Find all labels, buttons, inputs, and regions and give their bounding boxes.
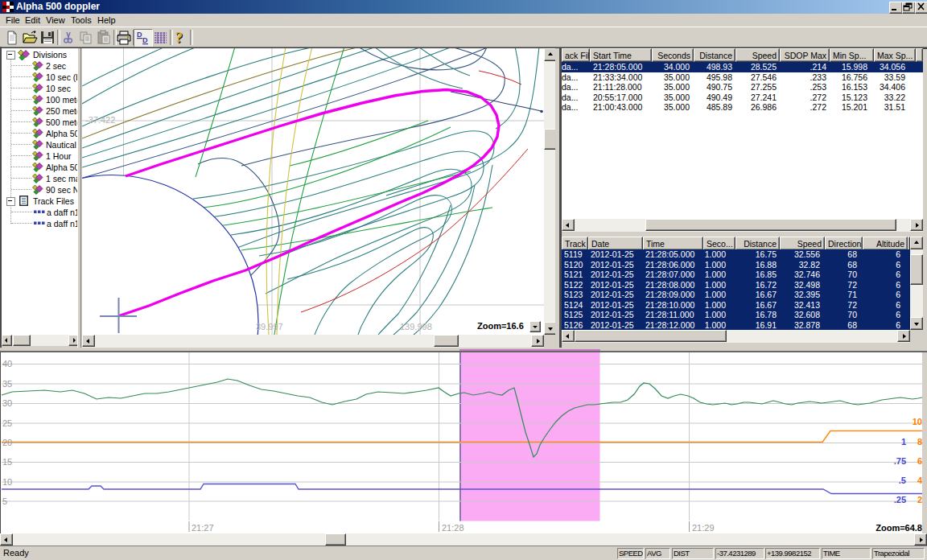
svg-text:15: 15 bbox=[2, 457, 12, 467]
svg-text:20: 20 bbox=[2, 438, 12, 447]
svg-text:?: ? bbox=[175, 30, 183, 46]
svg-text:40: 40 bbox=[2, 359, 12, 369]
svg-text:.75: .75 bbox=[894, 456, 906, 466]
svg-text:139.998: 139.998 bbox=[400, 322, 432, 331]
svg-text:10: 10 bbox=[2, 477, 12, 487]
svg-text:39.997: 39.997 bbox=[256, 322, 283, 331]
svg-text:1: 1 bbox=[901, 437, 906, 447]
svg-text:30: 30 bbox=[2, 398, 12, 408]
svg-text:21:29: 21:29 bbox=[692, 523, 715, 533]
svg-text:D: D bbox=[137, 31, 142, 39]
svg-text:.5: .5 bbox=[899, 476, 906, 485]
svg-text:25: 25 bbox=[2, 418, 12, 428]
svg-text:5: 5 bbox=[2, 496, 7, 506]
svg-text:35: 35 bbox=[2, 379, 12, 389]
svg-text:.25: .25 bbox=[894, 495, 906, 504]
svg-text:21:28: 21:28 bbox=[442, 523, 464, 533]
svg-text:D: D bbox=[142, 36, 148, 44]
svg-text:Zoom=16.6: Zoom=16.6 bbox=[477, 321, 524, 331]
svg-text:-37.422: -37.422 bbox=[85, 115, 115, 125]
svg-text:10: 10 bbox=[913, 417, 922, 426]
svg-text:Zoom=64.8: Zoom=64.8 bbox=[876, 523, 922, 533]
svg-text:21:27: 21:27 bbox=[192, 523, 214, 533]
